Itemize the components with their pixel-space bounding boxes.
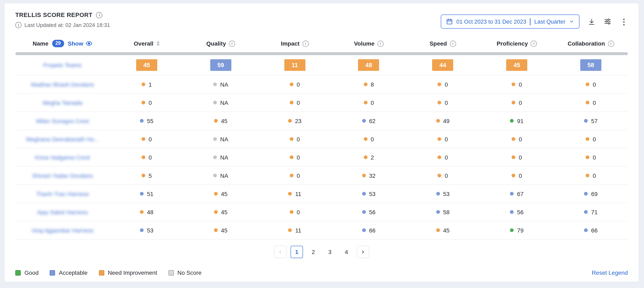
score-dot <box>438 155 442 159</box>
chevron-down-icon <box>569 19 574 24</box>
last-updated-row: Last Updated at: 02 Jan 2024 18:31 <box>15 22 110 28</box>
score-dot <box>290 210 293 214</box>
pagination-page-4[interactable]: 4 <box>340 246 353 258</box>
score-value: 11 <box>288 227 301 233</box>
score-dot <box>438 137 442 141</box>
score-cell: 53 <box>332 190 406 197</box>
member-name-cell: Viraj Ajgaonkar Harness <box>15 227 110 233</box>
score-cell: 0 <box>554 99 628 106</box>
score-value: 32 <box>362 172 376 179</box>
speed-info-icon[interactable] <box>450 40 456 47</box>
score-dot <box>362 210 366 214</box>
score-dot <box>436 119 440 123</box>
member-name-link[interactable]: Madhav Bhash Devdans <box>31 81 94 88</box>
score-cell: 45 <box>110 59 184 71</box>
score-dot <box>214 228 218 232</box>
score-cell: NA <box>184 154 258 161</box>
score-cell: 45 <box>480 59 554 71</box>
score-dot <box>436 228 440 232</box>
score-cell: 23 <box>258 118 332 124</box>
member-name-cell: Thanh Tran Harness <box>15 190 110 197</box>
pagination-next[interactable] <box>357 246 369 258</box>
score-dot <box>364 101 367 104</box>
score-cell: 91 <box>480 118 554 124</box>
score-value: 45 <box>436 227 450 233</box>
download-icon <box>588 18 595 25</box>
score-cell: 55 <box>110 118 184 124</box>
score-dot <box>288 119 292 123</box>
score-value: 0 <box>586 81 596 88</box>
member-name-cell: Madhav Bhash Devdans <box>15 81 110 88</box>
collaboration-info-icon[interactable] <box>608 40 614 47</box>
score-dot <box>512 155 516 159</box>
score-value: 48 <box>140 209 153 215</box>
score-dot <box>584 119 588 123</box>
pagination-page-3[interactable]: 3 <box>324 246 336 258</box>
score-dot <box>436 192 440 196</box>
date-range-button[interactable]: 01 Oct 2023 to 31 Dec 2023 Last Quarter <box>440 15 580 29</box>
member-name-link[interactable]: Thanh Tran Harness <box>36 190 89 197</box>
member-name-cell: Milan Sunagra Crest <box>15 118 110 124</box>
impact-info-icon[interactable] <box>302 40 308 47</box>
card-header: TRELLIS SCORE REPORT Last Updated at: 02… <box>15 12 628 29</box>
title-info-icon[interactable] <box>96 12 102 18</box>
score-dot <box>586 83 589 86</box>
score-value: 53 <box>140 227 153 233</box>
score-value: 0 <box>512 81 522 88</box>
column-header-overall[interactable]: Overall <box>110 40 184 47</box>
score-cell: 0 <box>480 99 554 106</box>
score-dot <box>213 137 217 141</box>
member-name-link[interactable]: Shivani Yadav Devdans <box>32 172 93 179</box>
proficiency-info-icon[interactable] <box>531 40 537 47</box>
score-cell: 0 <box>480 136 554 142</box>
score-cell: 66 <box>554 227 628 233</box>
score-value: 0 <box>586 136 596 142</box>
score-value: 58 <box>436 209 450 215</box>
quality-info-icon[interactable] <box>229 40 235 47</box>
score-cell: 0 <box>258 154 332 161</box>
legend-item-good[interactable]: Good <box>15 269 39 276</box>
score-cell: 45 <box>184 209 258 215</box>
score-dot <box>512 174 516 177</box>
score-cell: 56 <box>480 209 554 215</box>
score-value: 11 <box>288 190 301 197</box>
score-cell: 0 <box>554 172 628 179</box>
member-name-link[interactable]: Krina Vadgama Crest <box>35 154 90 161</box>
show-names-toggle[interactable]: Show <box>68 40 92 47</box>
member-name-link[interactable]: Megha Tamada <box>43 99 82 106</box>
team-name-link[interactable]: Propelo Teams <box>43 62 82 68</box>
member-name-link[interactable]: Milan Sunagra Crest <box>36 118 89 124</box>
name-header-label: Name <box>33 40 48 47</box>
score-dot <box>140 119 144 123</box>
reset-legend-link[interactable]: Reset Legend <box>592 269 628 276</box>
legend-item-acceptable[interactable]: Acceptable <box>50 269 88 276</box>
last-updated-info-icon <box>15 22 22 28</box>
pagination-prev[interactable] <box>274 246 286 258</box>
volume-info-icon[interactable] <box>378 40 384 47</box>
show-label: Show <box>68 40 84 47</box>
member-name-link[interactable]: Meghana Deerakanath Ho... <box>26 136 99 142</box>
member-name-link[interactable]: Viraj Ajgaonkar Harness <box>32 227 94 233</box>
score-value: 45 <box>214 190 228 197</box>
member-name-link[interactable]: Ajay Saket Harness <box>37 209 88 215</box>
sort-icon[interactable] <box>156 41 160 46</box>
pagination-page-1[interactable]: 1 <box>290 246 303 258</box>
kebab-menu-button[interactable]: ⋮ <box>620 18 628 26</box>
legend-item-no-score[interactable]: No Score <box>168 269 202 276</box>
header-toolbar: 01 Oct 2023 to 31 Dec 2023 Last Quarter <box>440 15 628 29</box>
date-preset-text: Last Quarter <box>534 19 565 25</box>
score-value: 0 <box>142 154 152 161</box>
score-badge: 48 <box>358 59 379 71</box>
horizontal-scrollbar[interactable] <box>15 52 628 55</box>
pagination-page-2[interactable]: 2 <box>307 246 320 258</box>
settings-sliders-button[interactable] <box>604 18 611 25</box>
score-value: 0 <box>290 99 300 106</box>
score-cell: 0 <box>258 99 332 106</box>
score-dot <box>364 83 367 86</box>
legend-item-need-improvement[interactable]: Need Improvement <box>99 269 157 276</box>
download-button[interactable] <box>588 18 595 25</box>
header-left: TRELLIS SCORE REPORT Last Updated at: 02… <box>15 12 110 28</box>
score-dot <box>364 137 367 141</box>
score-dot <box>288 228 292 232</box>
score-value: 0 <box>438 99 448 106</box>
